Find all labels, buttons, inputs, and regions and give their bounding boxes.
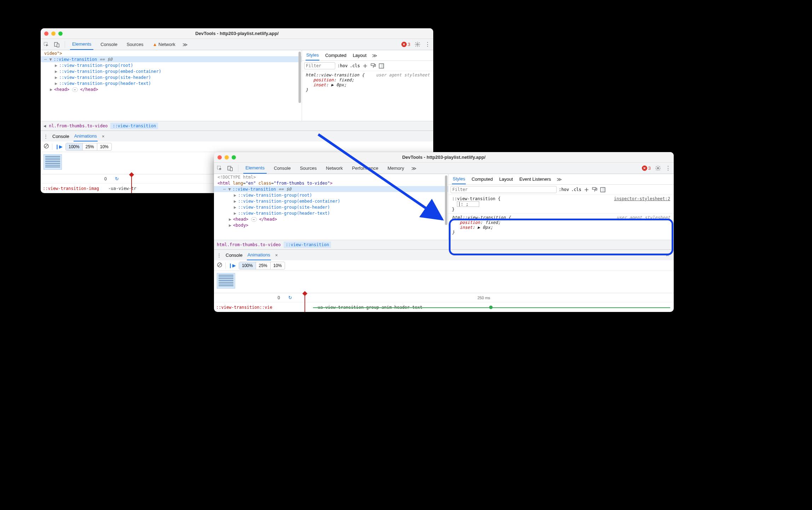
more-tabs-icon[interactable]: ≫ xyxy=(411,166,417,171)
animation-ruler[interactable]: 0 ↻ 250 ms xyxy=(214,293,674,302)
computed-toggle-icon[interactable] xyxy=(600,187,606,193)
gear-icon[interactable] xyxy=(655,165,661,171)
keyframe-dot[interactable] xyxy=(489,306,493,309)
cls-toggle[interactable]: .cls xyxy=(571,187,581,192)
hov-toggle[interactable]: :hov xyxy=(559,187,569,192)
play-icon[interactable]: ❙▶ xyxy=(228,263,236,268)
dom-node[interactable]: ▶::view-transition-group(site-header) xyxy=(41,74,302,80)
tab-console[interactable]: Console xyxy=(272,163,293,173)
dom-node[interactable]: ▶::view-transition-group(root) xyxy=(214,192,448,198)
dom-tree-panel[interactable]: <!DOCTYPE html> <html lang="en" class="f… xyxy=(214,174,448,240)
close-window-button[interactable] xyxy=(44,31,48,36)
dom-node[interactable]: ▶<head> ⋯ </head> xyxy=(214,216,448,222)
replay-icon[interactable]: ↻ xyxy=(288,295,292,300)
tab-performance[interactable]: Performance xyxy=(350,163,380,173)
cls-toggle[interactable]: .cls xyxy=(350,63,360,68)
crumb-item-active[interactable]: ::view-transition xyxy=(110,123,158,129)
more-tabs-icon[interactable]: ≫ xyxy=(182,42,188,47)
tab-layout[interactable]: Layout xyxy=(498,174,514,184)
drawer-tab-animations[interactable]: Animations xyxy=(74,131,98,141)
speed-toggle[interactable]: 100% 25% 10% xyxy=(65,143,112,151)
clear-icon[interactable] xyxy=(44,143,49,150)
drawer-tab-animations[interactable]: Animations xyxy=(247,250,271,260)
tab-network[interactable]: Network xyxy=(324,163,345,173)
minimize-window-button[interactable] xyxy=(51,31,56,36)
device-toggle-icon[interactable] xyxy=(227,166,233,171)
dom-node[interactable]: ▶::view-transition-group(header-text) xyxy=(214,210,448,216)
tab-styles[interactable]: Styles xyxy=(452,174,466,184)
play-icon[interactable]: ❙▶ xyxy=(55,144,63,149)
breadcrumb[interactable]: ◀ nl.from-thumbs.to-video ::view-transit… xyxy=(41,121,433,131)
animation-group-thumb[interactable] xyxy=(217,273,235,289)
dom-tree-panel[interactable]: video"> ⋯ ▼::view-transition == $0 ▶::vi… xyxy=(41,50,302,121)
kebab-icon[interactable]: ⋮ xyxy=(217,253,221,258)
filter-input[interactable] xyxy=(304,62,335,69)
drawer-tab-console[interactable]: Console xyxy=(52,134,69,139)
crumb-item-active[interactable]: ::view-transition xyxy=(284,242,331,248)
zoom-window-button[interactable] xyxy=(58,31,63,36)
rule-source-link[interactable]: inspector-stylesheet:2 xyxy=(614,196,670,201)
css-rule[interactable]: user agent stylesheet html::view-transit… xyxy=(448,213,674,236)
new-rule-icon[interactable] xyxy=(584,187,590,193)
tab-memory[interactable]: Memory xyxy=(385,163,406,173)
more-tabs-icon[interactable]: ≫ xyxy=(557,176,562,182)
paint-icon[interactable] xyxy=(592,187,598,193)
animation-thumbnails[interactable] xyxy=(214,271,674,293)
kebab-icon[interactable]: ⋮ xyxy=(665,165,671,172)
css-rule-inspector[interactable]: inspector-stylesheet:2 ::view-transition… xyxy=(448,195,674,213)
crumb-item[interactable]: nl.from-thumbs.to-video xyxy=(49,123,108,128)
css-rule[interactable]: user agent stylesheet html::view-transit… xyxy=(302,71,433,94)
tab-layout[interactable]: Layout xyxy=(352,51,367,60)
dom-node[interactable]: ▶::view-transition-group(embed-container… xyxy=(214,198,448,204)
tab-event-listeners[interactable]: Event Listeners xyxy=(518,174,552,184)
close-icon[interactable]: × xyxy=(102,134,105,139)
more-tabs-icon[interactable]: ≫ xyxy=(372,53,377,58)
dom-node[interactable]: ▶::view-transition-group(site-header) xyxy=(214,204,448,210)
kebab-icon[interactable]: ⋮ xyxy=(425,41,430,48)
dom-node[interactable]: ▶::view-transition-group(header-text) xyxy=(41,80,302,86)
animation-group-thumb[interactable] xyxy=(44,154,62,170)
gear-icon[interactable] xyxy=(414,41,420,47)
drawer-tab-console[interactable]: Console xyxy=(226,253,243,258)
replay-icon[interactable]: ↻ xyxy=(115,176,119,181)
tab-sources[interactable]: Sources xyxy=(124,39,146,50)
tab-elements[interactable]: Elements xyxy=(70,39,93,50)
speed-toggle[interactable]: 100% 25% 10% xyxy=(239,262,285,270)
tab-network[interactable]: ▲ Network xyxy=(151,39,178,50)
zoom-window-button[interactable] xyxy=(232,155,236,160)
tab-elements[interactable]: Elements xyxy=(243,163,267,174)
dom-node[interactable]: ▶<head> ⋯ </head> xyxy=(41,86,302,92)
property-edit-input[interactable]: |: ; xyxy=(457,201,479,207)
scrollbar[interactable] xyxy=(298,52,301,103)
new-rule-icon[interactable] xyxy=(362,63,368,69)
tab-computed[interactable]: Computed xyxy=(324,51,347,60)
computed-toggle-icon[interactable] xyxy=(378,63,384,69)
error-count-badge[interactable]: ✕3 xyxy=(642,166,651,171)
dom-node[interactable]: ▶<body> xyxy=(214,222,448,228)
crumb-back-icon[interactable]: ◀ xyxy=(44,123,46,128)
error-count-badge[interactable]: ✕3 xyxy=(401,42,410,47)
drawer-close-icon[interactable]: × xyxy=(664,252,671,258)
minimize-window-button[interactable] xyxy=(225,155,229,160)
dom-node-selected[interactable]: ⋯ ▼::view-transition == $0 xyxy=(214,186,448,192)
breadcrumb[interactable]: html.from-thumbs.to-video ::view-transit… xyxy=(214,240,674,249)
inspect-icon[interactable] xyxy=(44,42,49,47)
dom-node[interactable]: ▶::view-transition-group(embed-container… xyxy=(41,68,302,74)
kebab-icon[interactable]: ⋮ xyxy=(44,134,48,139)
close-window-button[interactable] xyxy=(218,155,222,160)
scrollbar[interactable] xyxy=(445,175,447,225)
dom-node-selected[interactable]: ⋯ ▼::view-transition == $0 xyxy=(41,56,302,62)
tab-styles[interactable]: Styles xyxy=(306,50,319,60)
drawer-tab-close-icon[interactable]: × xyxy=(275,253,278,258)
device-toggle-icon[interactable] xyxy=(54,42,60,47)
animation-row[interactable]: ::view-transition::vie -ua-view-transiti… xyxy=(214,302,674,312)
tab-sources[interactable]: Sources xyxy=(298,163,319,173)
tab-computed[interactable]: Computed xyxy=(471,174,493,184)
dom-node[interactable]: <html lang="en" class="from-thumbs to-vi… xyxy=(214,180,448,186)
crumb-item[interactable]: html.from-thumbs.to-video xyxy=(217,242,281,247)
hov-toggle[interactable]: :hov xyxy=(337,63,348,68)
paint-icon[interactable] xyxy=(370,63,376,69)
filter-input[interactable] xyxy=(451,186,557,193)
inspect-icon[interactable] xyxy=(217,166,222,171)
tab-console[interactable]: Console xyxy=(98,39,120,50)
